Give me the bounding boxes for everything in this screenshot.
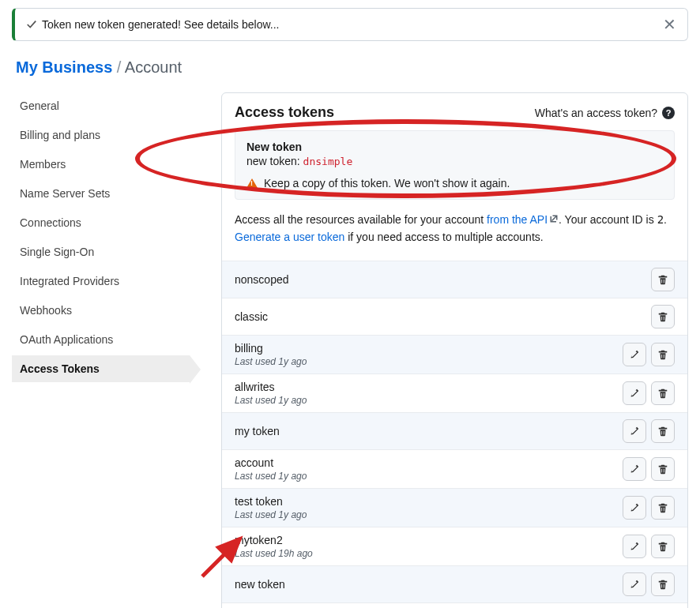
main-panel: Access tokens What's an access token? ? … [221,92,688,608]
new-token-warning: Keep a copy of this token. We won't show… [264,177,510,190]
delete-button[interactable] [651,305,675,328]
breadcrumb-sep: / [112,58,125,76]
sidebar-item-single-sign-on[interactable]: Single Sign-On [12,238,190,265]
delete-button[interactable] [651,381,675,405]
alert-text: Token new token generated! See details b… [42,18,279,31]
token-name: nonscoped [235,273,289,286]
token-name: allwrites [235,381,307,393]
token-name: test token [235,495,307,508]
delete-button[interactable] [651,496,675,520]
breadcrumb: My Business / Account [12,58,688,77]
sidebar-item-name-server-sets[interactable]: Name Server Sets [12,180,190,207]
help-link[interactable]: What's an access token? ? [535,107,675,119]
edit-button[interactable] [623,419,646,443]
token-name: my token [235,425,280,437]
token-name: billing [235,342,307,355]
table-row: new token [222,566,687,603]
token-meta: Last used 1y ago [235,356,307,367]
table-row: allwritesLast used 1y ago [222,374,687,413]
sidebar-item-general[interactable]: General [12,92,190,119]
table-row: test tokenLast used 1y ago [222,489,687,527]
token-list: nonscopedclassicbillingLast used 1y agoa… [222,261,687,603]
sidebar-item-connections[interactable]: Connections [12,209,190,236]
account-id: 2 [657,213,664,226]
external-link-icon [549,211,559,228]
help-link-label: What's an access token? [535,107,657,119]
section-title: Access tokens [235,104,334,121]
breadcrumb-home[interactable]: My Business [16,58,112,76]
api-link[interactable]: from the API [487,213,548,226]
delete-button[interactable] [651,343,675,366]
desc-text-3: . [664,213,667,226]
token-meta: Last used 1y ago [235,395,307,406]
table-row: billingLast used 1y ago [222,336,687,374]
sidebar-item-oauth-applications[interactable]: OAuth Applications [12,326,190,353]
sidebar-item-members[interactable]: Members [12,151,190,178]
delete-button[interactable] [651,419,675,443]
alert-bar: Token new token generated! See details b… [12,8,688,41]
generate-user-token-link[interactable]: Generate a user token [235,231,344,243]
question-icon: ? [662,107,675,119]
close-icon[interactable]: ✕ [663,17,676,32]
new-token-box: New token new token: dnsimple Keep a cop… [235,130,675,200]
description: Access all the resources available for y… [222,211,687,254]
token-name: new token [235,578,285,591]
new-token-prefix: new token: [247,155,303,167]
new-token-title: New token [247,141,663,153]
check-icon [26,19,37,30]
table-row: accountLast used 1y ago [222,450,687,489]
sidebar-item-billing-and-plans[interactable]: Billing and plans [12,122,190,148]
token-meta: Last used 1y ago [235,509,307,520]
breadcrumb-current: Account [125,58,182,76]
edit-button[interactable] [623,457,646,481]
edit-button[interactable] [623,535,646,558]
edit-button[interactable] [623,572,646,596]
desc-text-2: . Your account ID is [559,213,657,226]
sidebar-item-integrated-providers[interactable]: Integrated Providers [12,268,190,295]
table-row: nonscoped [222,261,687,298]
edit-button[interactable] [623,381,646,405]
token-meta: Last used 19h ago [235,548,313,559]
alert-message: Token new token generated! See details b… [26,18,279,31]
delete-button[interactable] [651,535,675,558]
sidebar-item-access-tokens[interactable]: Access Tokens [12,355,190,382]
token-name: mytoken2 [235,534,313,546]
new-token-line: new token: dnsimple [247,155,663,167]
sidebar-item-webhooks[interactable]: Webhooks [12,297,190,324]
warning-icon [247,178,258,188]
desc-text-4: if you need access to multiple accounts. [344,231,543,243]
edit-button[interactable] [623,343,646,366]
edit-button[interactable] [623,496,646,520]
sidebar: GeneralBilling and plansMembersName Serv… [12,92,190,608]
new-token-value: dnsimple [303,156,353,167]
token-meta: Last used 1y ago [235,471,307,482]
delete-button[interactable] [651,268,675,291]
delete-button[interactable] [651,572,675,596]
table-row: classic [222,298,687,336]
table-row: my token [222,413,687,450]
token-name: account [235,456,307,469]
table-row: mytoken2Last used 19h ago [222,527,687,566]
token-name: classic [235,310,268,323]
desc-text-1: Access all the resources available for y… [235,213,487,226]
delete-button[interactable] [651,457,675,481]
